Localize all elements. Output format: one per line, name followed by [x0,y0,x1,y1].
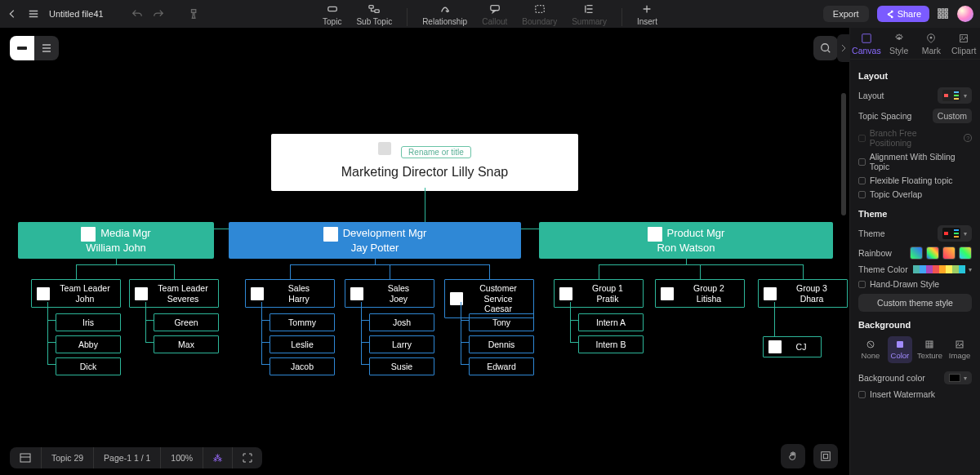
status-zoom[interactable]: 100% [161,447,203,468]
leaf-node[interactable]: Abby [56,335,121,353]
insert-watermark-checkbox[interactable]: Insert Watermark [858,389,972,399]
topic-spacing-selector[interactable]: Custom [933,109,972,123]
connector-line [47,302,48,364]
rainbow-label: Rainbow [858,248,892,258]
connector-line [261,320,270,321]
connector-line [174,264,175,279]
connector-line [461,342,469,343]
theme-color-picker[interactable] [913,265,965,273]
leaf-node[interactable]: Tommy [270,313,335,331]
back-icon[interactable] [7,8,18,20]
bg-option-color[interactable]: Color [888,336,912,363]
leaf-node[interactable]: Iris [56,313,121,331]
bg-option-none[interactable]: None [858,336,883,363]
team-node[interactable]: SalesJoey [345,279,434,308]
leaf-node[interactable]: Larry [369,335,434,353]
file-name[interactable]: Untitled file41 [49,9,104,19]
option-topic-overlap[interactable]: Topic Overlap [858,189,972,199]
outline-toggle-icon[interactable] [10,447,42,468]
share-label: Share [898,9,921,19]
tool-relationship[interactable]: Relationship [422,2,467,26]
panel-collapse-handle[interactable] [837,34,850,62]
hand-drawn-checkbox[interactable]: Hand-Drawn Style [858,279,972,289]
background-color-picker[interactable]: ▾ [944,371,972,384]
user-avatar[interactable] [957,6,973,22]
team-node[interactable]: SalesHarry [245,279,335,308]
team-node[interactable]: Customer ServiceCaesar [444,279,534,318]
panel-tab-style[interactable]: Style [883,28,915,59]
connector-line [461,320,469,321]
svg-rect-2 [375,9,379,12]
tool-subtopic[interactable]: Sub Topic [356,2,392,26]
leaf-node[interactable]: Dennis [469,335,534,353]
option-flexible-floating-topic[interactable]: Flexible Floating topic [858,175,972,185]
ai-icon[interactable]: ⁂ [203,447,233,468]
apps-grid-icon[interactable] [938,8,949,20]
panel-tab-canvas[interactable]: Canvas [850,28,883,59]
connector-line [570,342,578,343]
team-node[interactable]: Team LeaderSeveres [129,279,219,308]
team-node[interactable]: Team LeaderJohn [31,279,121,308]
bg-option-texture[interactable]: Texture [917,336,942,363]
root-node[interactable]: Rename or titleMarketing Director Lilly … [271,134,578,191]
leaf-node[interactable]: Susie [369,357,434,375]
connector-line [261,302,262,304]
svg-rect-18 [823,454,827,458]
option-alignment-with-sibling-topic[interactable]: Alignment With Sibling Topic [858,152,972,171]
connector-line [145,302,146,304]
theme-selector[interactable]: ▾ [938,225,972,242]
bg-option-image[interactable]: Image [947,336,972,363]
leaf-node[interactable]: CJ [763,336,822,357]
svg-rect-8 [938,12,941,15]
rainbow-swatch-2[interactable] [942,246,956,260]
rainbow-swatch-1[interactable] [926,246,939,260]
leaf-node[interactable]: Green [154,313,219,331]
menu-icon[interactable] [28,8,39,20]
leaf-node[interactable]: Tony [469,313,534,331]
status-bar: Topic 29 Page-1 1 / 1 100% ⁂ [10,447,262,468]
fullscreen-icon[interactable] [233,447,262,468]
export-button[interactable]: Export [823,6,869,22]
connector-line [261,364,270,365]
status-topic[interactable]: Topic 29 [42,447,94,468]
hand-tool-icon[interactable] [781,444,805,468]
leaf-node[interactable]: Edward [469,357,534,375]
team-node[interactable]: Group 2Litisha [655,279,745,308]
vertical-scrollbar[interactable] [841,93,846,215]
layout-selector[interactable]: ▾ [938,87,972,104]
leaf-node[interactable]: Intern B [578,335,644,353]
undo-icon[interactable] [131,8,143,20]
connector-line [145,320,154,321]
team-node[interactable]: Group 1Pratik [554,279,644,308]
custom-theme-button[interactable]: Custom theme style [858,294,972,312]
connector-line [47,302,48,304]
connector-line [361,320,369,321]
rainbow-swatch-0[interactable] [910,246,923,260]
connector-line [570,302,571,342]
leaf-node[interactable]: Dick [56,357,121,375]
leaf-node[interactable]: Intern A [578,313,644,331]
svg-rect-22 [960,35,968,42]
tool-insert[interactable]: Insert [637,2,657,26]
tool-topic[interactable]: Topic [323,2,341,26]
connector-line [570,302,571,304]
leaf-node[interactable]: Josh [369,313,434,331]
format-painter-icon[interactable] [189,8,200,20]
panel-tab-mark[interactable]: Mark [915,28,948,59]
leaf-node[interactable]: Max [154,335,219,353]
svg-point-23 [962,36,964,38]
redo-icon[interactable] [153,8,164,20]
panel-tab-clipart[interactable]: Clipart [947,28,980,59]
rainbow-swatch-3[interactable] [959,246,972,260]
share-button[interactable]: Share [877,6,929,22]
status-page[interactable]: Page-1 1 / 1 [94,447,161,468]
connector-line [700,264,701,279]
leaf-node[interactable]: Jacob [270,357,335,375]
section-background-title: Background [858,320,972,330]
team-node[interactable]: Group 3Dhara [758,279,848,308]
tool-callout: Callout [482,2,507,26]
svg-rect-3 [491,5,500,10]
connector-line [599,264,599,279]
fit-view-icon[interactable] [813,444,838,468]
leaf-node[interactable]: Leslie [270,335,335,353]
